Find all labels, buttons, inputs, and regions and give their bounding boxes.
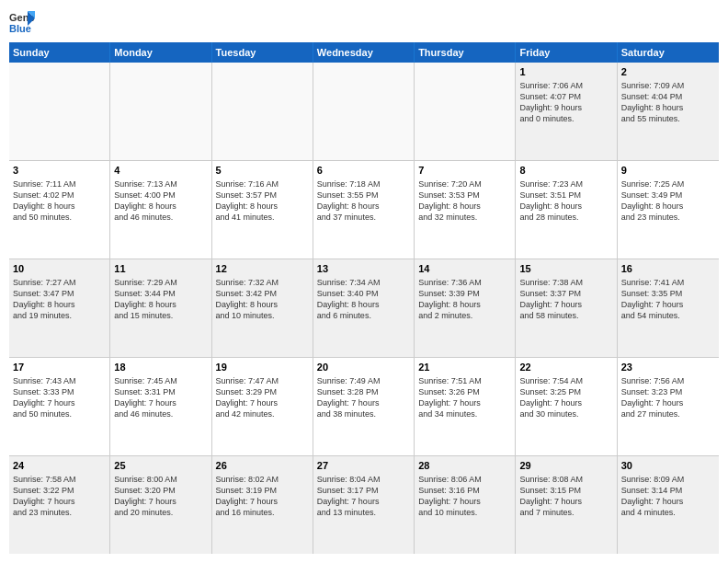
day-info-line: Daylight: 8 hours [216, 299, 309, 310]
day-number: 19 [216, 361, 309, 374]
empty-cell [110, 63, 211, 160]
day-cell-25: 25Sunrise: 8:00 AMSunset: 3:20 PMDayligh… [110, 456, 211, 554]
empty-cell [9, 63, 110, 160]
day-info-line: and 55 minutes. [621, 113, 715, 124]
day-cell-24: 24Sunrise: 7:58 AMSunset: 3:22 PMDayligh… [9, 456, 110, 554]
day-info-line: Daylight: 7 hours [317, 496, 410, 507]
day-info-line: and 23 minutes. [13, 507, 106, 518]
day-info-line: Sunrise: 7:34 AM [317, 277, 410, 288]
day-number: 3 [13, 164, 106, 178]
day-info-line: Daylight: 8 hours [13, 299, 106, 310]
day-info-line: Daylight: 8 hours [621, 102, 715, 113]
day-info-line: Daylight: 7 hours [621, 496, 715, 507]
day-cell-23: 23Sunrise: 7:56 AMSunset: 3:23 PMDayligh… [618, 358, 719, 455]
day-info-line: Daylight: 8 hours [418, 201, 511, 212]
day-info-line: Sunset: 3:14 PM [621, 485, 715, 496]
day-info-line: and 2 minutes. [418, 310, 511, 321]
day-number: 17 [13, 361, 106, 374]
day-number: 23 [621, 361, 715, 374]
calendar-header: SundayMondayTuesdayWednesdayThursdayFrid… [9, 42, 719, 63]
day-info-line: Sunset: 3:35 PM [621, 288, 715, 299]
day-cell-27: 27Sunrise: 8:04 AMSunset: 3:17 PMDayligh… [313, 456, 415, 554]
day-info-line: Daylight: 7 hours [13, 397, 106, 408]
day-info-line: Sunrise: 7:27 AM [13, 277, 106, 288]
day-info-line: Sunrise: 7:06 AM [519, 80, 612, 91]
day-info-line: Sunrise: 8:06 AM [418, 474, 511, 485]
day-info-line: Sunset: 3:19 PM [216, 485, 309, 496]
header-tuesday: Tuesday [212, 42, 313, 63]
day-info-line: Daylight: 7 hours [418, 397, 511, 408]
day-number: 29 [519, 459, 612, 473]
day-info-line: Sunset: 3:23 PM [621, 386, 715, 397]
day-info-line: and 58 minutes. [519, 310, 612, 321]
day-info-line: Sunrise: 7:49 AM [317, 375, 410, 386]
day-info-line: Daylight: 7 hours [216, 496, 309, 507]
day-info-line: and 6 minutes. [317, 310, 410, 321]
day-info-line: Daylight: 8 hours [317, 201, 410, 212]
day-info-line: Sunrise: 8:00 AM [114, 474, 207, 485]
day-info-line: Sunset: 3:26 PM [418, 386, 511, 397]
day-info-line: and 10 minutes. [418, 507, 511, 518]
day-info-line: and 4 minutes. [621, 507, 715, 518]
day-info-line: and 46 minutes. [114, 408, 207, 419]
day-number: 27 [317, 459, 410, 473]
day-info-line: Sunrise: 7:41 AM [621, 277, 715, 288]
day-number: 1 [519, 65, 612, 79]
day-cell-4: 4Sunrise: 7:13 AMSunset: 4:00 PMDaylight… [110, 161, 211, 259]
day-info-line: Sunset: 3:44 PM [114, 288, 207, 299]
day-info-line: and 30 minutes. [519, 408, 612, 419]
day-cell-18: 18Sunrise: 7:45 AMSunset: 3:31 PMDayligh… [110, 358, 211, 455]
day-info-line: and 10 minutes. [216, 310, 309, 321]
day-info-line: Daylight: 7 hours [621, 397, 715, 408]
day-cell-19: 19Sunrise: 7:47 AMSunset: 3:29 PMDayligh… [212, 358, 313, 455]
day-info-line: Daylight: 8 hours [13, 201, 106, 212]
day-number: 8 [519, 164, 612, 178]
day-info-line: Sunrise: 7:20 AM [418, 178, 511, 190]
day-info-line: Sunrise: 7:45 AM [114, 375, 207, 386]
day-number: 18 [114, 361, 207, 374]
day-cell-26: 26Sunrise: 8:02 AMSunset: 3:19 PMDayligh… [212, 456, 313, 554]
day-info-line: Sunset: 3:49 PM [621, 190, 715, 201]
week-row-4: 24Sunrise: 7:58 AMSunset: 3:22 PMDayligh… [9, 456, 719, 554]
day-info-line: Sunrise: 8:08 AM [519, 474, 612, 485]
day-info-line: Sunrise: 7:38 AM [519, 277, 612, 288]
day-number: 13 [317, 262, 410, 276]
header-friday: Friday [516, 42, 617, 63]
day-info-line: Sunset: 4:04 PM [621, 91, 715, 102]
day-info-line: Sunrise: 7:18 AM [317, 178, 410, 190]
day-info-line: and 27 minutes. [621, 408, 715, 419]
day-info-line: Sunset: 3:51 PM [519, 190, 612, 201]
day-info-line: and 16 minutes. [216, 507, 309, 518]
day-info-line: Sunset: 4:07 PM [519, 91, 612, 102]
week-row-3: 17Sunrise: 7:43 AMSunset: 3:33 PMDayligh… [9, 358, 719, 456]
day-info-line: Sunset: 3:15 PM [519, 485, 612, 496]
day-info-line: and 0 minutes. [519, 113, 612, 124]
page: General Blue SundayMondayTuesdayWednesda… [0, 0, 728, 563]
day-info-line: Daylight: 7 hours [216, 397, 309, 408]
day-info-line: Sunrise: 7:56 AM [621, 375, 715, 386]
empty-cell [313, 63, 415, 160]
day-info-line: and 7 minutes. [519, 507, 612, 518]
day-info-line: Sunset: 3:55 PM [317, 190, 410, 201]
day-info-line: Daylight: 7 hours [519, 397, 612, 408]
day-info-line: Daylight: 7 hours [519, 496, 612, 507]
day-cell-9: 9Sunrise: 7:25 AMSunset: 3:49 PMDaylight… [618, 161, 719, 259]
empty-cell [212, 63, 313, 160]
day-info-line: and 13 minutes. [317, 507, 410, 518]
day-cell-30: 30Sunrise: 8:09 AMSunset: 3:14 PMDayligh… [618, 456, 719, 554]
day-cell-7: 7Sunrise: 7:20 AMSunset: 3:53 PMDaylight… [415, 161, 516, 259]
day-info-line: Sunset: 4:00 PM [114, 190, 207, 201]
day-info-line: and 23 minutes. [621, 212, 715, 223]
day-info-line: Daylight: 8 hours [317, 299, 410, 310]
day-info-line: Daylight: 7 hours [317, 397, 410, 408]
day-info-line: Sunrise: 7:36 AM [418, 277, 511, 288]
day-number: 20 [317, 361, 410, 374]
day-cell-2: 2Sunrise: 7:09 AMSunset: 4:04 PMDaylight… [618, 63, 719, 160]
day-info-line: and 54 minutes. [621, 310, 715, 321]
day-info-line: Daylight: 9 hours [519, 102, 612, 113]
day-number: 9 [621, 164, 715, 178]
day-info-line: Sunrise: 7:13 AM [114, 178, 207, 190]
header-thursday: Thursday [415, 42, 516, 63]
day-info-line: Sunset: 3:57 PM [216, 190, 309, 201]
day-number: 16 [621, 262, 715, 276]
